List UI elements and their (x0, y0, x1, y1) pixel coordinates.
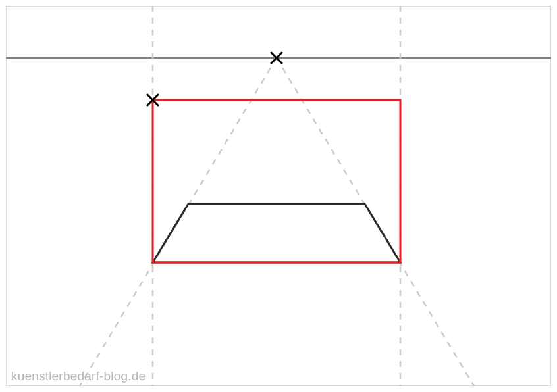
watermark-text: kuenstlerbedarf-blog.de (11, 369, 146, 383)
perspective-diagram (0, 0, 557, 392)
trapezoid-shape (153, 204, 400, 262)
red-rectangle (153, 100, 400, 262)
